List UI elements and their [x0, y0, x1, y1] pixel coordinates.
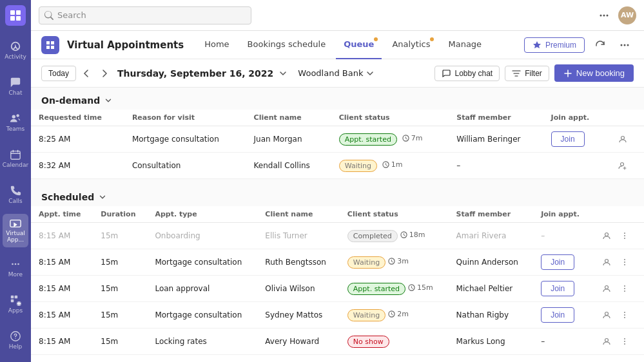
cell-client: Juan Morgan — [246, 126, 331, 153]
sidebar-item-more[interactable]: More — [3, 251, 28, 285]
more-icon[interactable] — [617, 281, 632, 296]
cell-row-actions — [607, 153, 644, 179]
sidebar-item-teams[interactable]: Teams — [3, 106, 28, 139]
sidebar-item-calendar[interactable]: Calendar — [3, 142, 28, 175]
new-booking-button[interactable]: New booking — [554, 64, 634, 82]
next-date-button[interactable] — [97, 66, 112, 81]
timer-display: 15m — [408, 283, 433, 292]
svg-point-21 — [621, 44, 623, 46]
cell-row-actions — [591, 302, 644, 329]
sidebar-item-virtual[interactable]: Virtual App... — [3, 214, 28, 247]
table-row: 8:15 AM15mOnboardingEllis TurnerComplete… — [31, 223, 644, 249]
svg-point-8 — [15, 263, 17, 265]
cell-duration: 15m — [93, 249, 147, 276]
sidebar-item-activity[interactable]: Activity — [3, 33, 28, 67]
filter-icon — [512, 69, 521, 78]
sidebar-item-help[interactable]: Help — [3, 323, 28, 357]
search-box[interactable]: Search — [39, 6, 251, 24]
svg-point-40 — [624, 285, 625, 287]
scheduled-chevron-icon[interactable] — [98, 193, 107, 202]
row-action-group — [599, 281, 636, 296]
refresh-button[interactable] — [591, 36, 609, 54]
ellipsis-button[interactable] — [595, 6, 613, 24]
search-placeholder: Search — [57, 10, 86, 20]
person-icon[interactable] — [599, 307, 614, 323]
tab-queue[interactable]: Queue — [336, 31, 382, 59]
tab-manage[interactable]: Manage — [440, 31, 489, 59]
app-logo — [5, 5, 26, 26]
tab-bookings[interactable]: Bookings schedule — [240, 31, 334, 59]
row-action-group — [615, 131, 636, 147]
person-assign-icon[interactable] — [615, 158, 630, 173]
col-actions — [591, 206, 644, 223]
scheduled-section-header: Scheduled — [31, 184, 644, 206]
col-reason: Reason for visit — [124, 110, 246, 126]
sidebar-item-calls[interactable]: Calls — [3, 178, 28, 211]
svg-point-49 — [624, 338, 625, 339]
col-client-status: Client status — [331, 110, 449, 126]
cell-staff: Morgan Connors — [449, 355, 534, 363]
status-badge: No show — [347, 336, 389, 348]
timer-display: 7m — [402, 134, 423, 142]
person-icon[interactable] — [599, 254, 614, 270]
tab-analytics[interactable]: Analytics — [384, 31, 438, 59]
date-picker-button[interactable] — [278, 69, 288, 78]
svg-point-18 — [603, 14, 605, 16]
svg-point-16 — [15, 338, 15, 339]
user-avatar[interactable]: AW — [618, 6, 636, 24]
person-icon[interactable] — [599, 228, 614, 243]
svg-point-4 — [12, 115, 15, 119]
app-header: Virtual Appointments Home Bookings sched… — [31, 31, 644, 59]
person-icon[interactable] — [615, 131, 630, 147]
svg-point-25 — [621, 137, 624, 140]
col-appt-type: Appt. type — [147, 206, 257, 223]
cell-row-actions — [591, 223, 644, 249]
sidebar-item-label: Virtual App... — [3, 231, 28, 243]
app-title: Virtual Appointments — [67, 39, 184, 51]
cell-appt-time: 8:15 AM — [31, 249, 93, 276]
today-button[interactable]: Today — [41, 66, 76, 81]
prev-date-button[interactable] — [79, 66, 94, 81]
topbar: Search AW — [31, 0, 644, 31]
join-button[interactable]: Join — [541, 281, 574, 296]
cell-duration: 15m — [93, 276, 147, 302]
join-button[interactable]: Join — [541, 254, 574, 270]
sidebar-item-label: Chat — [8, 90, 22, 96]
filter-button[interactable]: Filter — [505, 66, 549, 81]
more-options-button[interactable] — [616, 36, 634, 54]
more-icon[interactable] — [617, 307, 632, 323]
sidebar-item-chat[interactable]: Chat — [3, 70, 28, 103]
cell-row-actions — [591, 355, 644, 363]
cell-row-actions — [591, 276, 644, 302]
cell-appt-time: 8:15 AM — [31, 302, 93, 329]
svg-point-27 — [620, 163, 623, 166]
location-selector[interactable]: Woodland Bank — [298, 68, 375, 78]
cell-client: Maria Sullivan — [257, 355, 340, 363]
sidebar-item-label: Teams — [6, 126, 24, 132]
status-badge: Appt. started — [339, 133, 397, 146]
timer-display: 1m — [382, 160, 403, 169]
join-button[interactable]: Join — [541, 307, 574, 323]
sidebar-item-label: Calls — [8, 198, 23, 204]
person-icon[interactable] — [599, 334, 614, 349]
join-button[interactable]: Join — [551, 131, 585, 147]
cell-row-actions — [591, 249, 644, 276]
premium-button[interactable]: Premium — [524, 37, 585, 53]
svg-rect-0 — [10, 10, 15, 15]
col-client-status: Client status — [340, 206, 449, 223]
sidebar-item-apps[interactable]: Apps — [3, 287, 28, 321]
col-duration: Duration — [93, 206, 147, 223]
on-demand-chevron-icon[interactable] — [104, 96, 113, 105]
more-icon[interactable] — [617, 228, 632, 243]
tab-home[interactable]: Home — [197, 31, 237, 59]
cell-status: Appt. started 7m — [331, 126, 449, 153]
scheduled-title: Scheduled — [41, 192, 94, 202]
more-icon[interactable] — [617, 254, 632, 270]
person-icon[interactable] — [599, 281, 614, 296]
svg-rect-11 — [11, 296, 14, 299]
more-icon[interactable] — [617, 334, 632, 349]
col-staff: Staff member — [449, 206, 534, 223]
plus-icon — [563, 69, 572, 78]
lobby-chat-button[interactable]: Lobby chat — [434, 66, 500, 81]
cell-time: 8:25 AM — [31, 126, 124, 153]
